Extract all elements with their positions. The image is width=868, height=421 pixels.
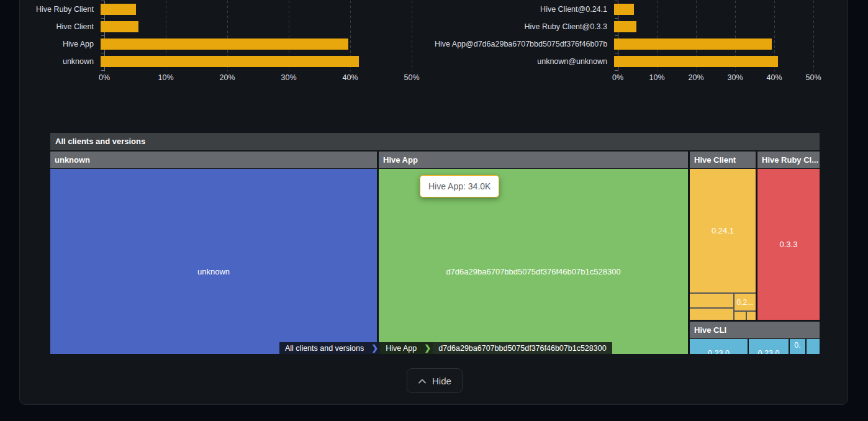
bar-unknown[interactable]	[101, 56, 359, 67]
treemap-node-version-label: 0.24.1	[712, 226, 734, 235]
treemap-tooltip: Hive App: 34.0K	[420, 175, 499, 197]
x-axis-tick-label: 50%	[805, 73, 821, 82]
client-versions-bar-chart: 0%10%20%30%40%50%Hive Client@0.24.1Hive …	[435, 1, 844, 88]
treemap-node-hive-client-minor[interactable]	[690, 309, 733, 320]
treemap-breadcrumb: All clients and versions ❯ Hive App ❯ d7…	[279, 342, 612, 354]
bar-hive-ruby-client-0-3-3[interactable]	[614, 21, 636, 32]
bar-hive-client[interactable]	[101, 21, 138, 32]
chart-row: Hive Client	[25, 18, 435, 35]
treemap-hive-client-tinyrow	[735, 312, 756, 320]
x-axis-tick-label: 10%	[649, 73, 664, 82]
treemap-right-group: Hive Client 0.24.1 0.2	[690, 152, 820, 354]
x-axis-tick-label: 0%	[612, 73, 623, 82]
category-label: Hive Client@0.24.1	[435, 5, 613, 14]
chart-row: Hive App	[25, 35, 435, 53]
treemap-header-hive-ruby-client[interactable]: Hive Ruby Cl...	[757, 152, 820, 168]
category-label: unknown@unknown	[435, 57, 613, 66]
y-axis-tick	[615, 70, 618, 71]
clients-bar-chart: 0%10%20%30%40%50%Hive Ruby ClientHive Cl…	[25, 1, 435, 88]
category-label: Hive App	[25, 40, 99, 48]
category-label: unknown	[25, 57, 99, 66]
treemap-node-hive-client-0-24-1[interactable]: 0.24.1	[690, 169, 756, 292]
treemap-section-hive-cli: Hive CLI 0.23.0 0.23.0 0.	[690, 322, 820, 354]
y-axis-tick	[101, 70, 104, 71]
x-axis-tick-label: 30%	[727, 73, 743, 82]
treemap-node-version-label: 0.	[794, 341, 800, 350]
bar-unknown-unknown[interactable]	[614, 56, 778, 67]
breadcrumb-item-hive-app[interactable]: Hive App	[380, 342, 422, 354]
treemap-node-hive-client-0-2[interactable]: 0.2...	[735, 294, 756, 310]
treemap-node-hive-cli-0-23-0[interactable]: 0.23.0	[690, 339, 748, 354]
treemap-hive-cli-boxes: 0.23.0 0.23.0 0.	[690, 339, 820, 354]
chart-row: Hive App@d7d6a29ba6707bbd5075df376f46b07…	[435, 35, 844, 53]
treemap-node-hive-cli-minor[interactable]	[807, 339, 820, 354]
chart-row: unknown@unknown	[435, 53, 844, 70]
treemap-root-header[interactable]: All clients and versions	[50, 133, 820, 150]
x-axis-tick-label: 30%	[281, 73, 296, 82]
x-axis-tick-label: 50%	[404, 73, 419, 82]
x-axis-tick-label: 40%	[342, 73, 358, 82]
treemap-node-hive-client-minor[interactable]	[690, 294, 733, 307]
treemap-hive-client-boxes: 0.24.1 0.2...	[690, 169, 756, 320]
treemap-node-hive-app-label: d7d6a29ba6707bbd5075df376f46b07b1c528300	[446, 267, 620, 276]
breadcrumb-item-root[interactable]: All clients and versions	[279, 342, 369, 354]
x-axis-tick-label: 40%	[766, 73, 782, 82]
x-axis-tick-label: 10%	[158, 73, 173, 82]
treemap-node-version-label: 0.23.0	[749, 349, 789, 354]
category-label: Hive Client	[25, 22, 99, 31]
hide-button-label: Hide	[432, 376, 451, 386]
x-axis-tick-label: 20%	[219, 73, 235, 82]
category-label: Hive Ruby Client	[25, 5, 99, 14]
treemap-node-hive-cli-0-23-0b[interactable]: 0.23.0	[749, 339, 789, 354]
treemap-node-unknown-label: unknown	[197, 267, 230, 276]
treemap-right-top-row: Hive Client 0.24.1 0.2	[690, 152, 820, 320]
bar-hive-app-d7d6a29ba6707bbd5075df376f46b07b[interactable]	[614, 38, 772, 50]
bar-hive-ruby-client[interactable]	[101, 4, 136, 15]
chart-row: Hive Client@0.24.1	[435, 1, 844, 18]
treemap-hive-client-subrow: 0.2...	[690, 294, 756, 320]
treemap-node-hive-ruby-0-3-3[interactable]: 0.3.3	[757, 169, 820, 320]
bar-hive-app[interactable]	[101, 38, 348, 50]
chart-rows: Hive Ruby ClientHive ClientHive Appunkno…	[25, 1, 435, 70]
bar-hive-client-0-24-1[interactable]	[614, 4, 634, 15]
treemap-section-hive-client: Hive Client 0.24.1 0.2	[690, 152, 756, 320]
breadcrumb-chevron-icon: ❯	[369, 342, 380, 354]
treemap-hive-client-subcol-left	[690, 294, 733, 320]
treemap-section-hive-ruby-client: Hive Ruby Cl... 0.3.3	[757, 152, 820, 320]
breadcrumb-chevron-icon: ❯	[422, 342, 433, 354]
treemap-node-hive-client-minor[interactable]	[735, 312, 746, 320]
treemap-section-unknown: unknown unknown	[50, 152, 377, 354]
treemap-header-hive-client[interactable]: Hive Client	[690, 152, 756, 168]
chart-rows: Hive Client@0.24.1Hive Ruby Client@0.3.3…	[435, 1, 844, 70]
treemap-node-hive-cli-minor[interactable]: 0.	[790, 339, 805, 354]
treemap-node-version-label: 0.23.0	[690, 349, 748, 354]
x-axis-tick-label: 20%	[688, 73, 703, 82]
breadcrumb-item-hash[interactable]: d7d6a29ba6707bbd5075df376f46b07b1c528300	[433, 342, 612, 354]
treemap-node-version-label: 0.3.3	[780, 240, 798, 249]
chevron-up-icon	[418, 378, 427, 384]
treemap-all-clients: All clients and versions unknown unknown…	[50, 133, 820, 354]
treemap-hive-client-subcol-right: 0.2...	[735, 294, 756, 320]
treemap-node-hive-client-minor[interactable]	[747, 312, 756, 320]
hide-button[interactable]: Hide	[407, 368, 463, 393]
treemap-header-hive-app[interactable]: Hive App	[379, 152, 688, 168]
chart-row: Hive Ruby Client@0.3.3	[435, 18, 844, 35]
treemap-node-version-label: 0.2...	[736, 298, 753, 307]
x-axis-tick-label: 0%	[99, 73, 110, 82]
chart-row: Hive Ruby Client	[25, 1, 435, 18]
treemap-header-unknown[interactable]: unknown	[50, 152, 377, 168]
treemap-node-unknown[interactable]: unknown	[50, 169, 377, 354]
category-label: Hive App@d7d6a29ba6707bbd5075df376f46b07…	[435, 40, 613, 48]
chart-row: unknown	[25, 53, 435, 70]
category-label: Hive Ruby Client@0.3.3	[435, 22, 613, 31]
treemap-header-hive-cli[interactable]: Hive CLI	[690, 322, 820, 338]
